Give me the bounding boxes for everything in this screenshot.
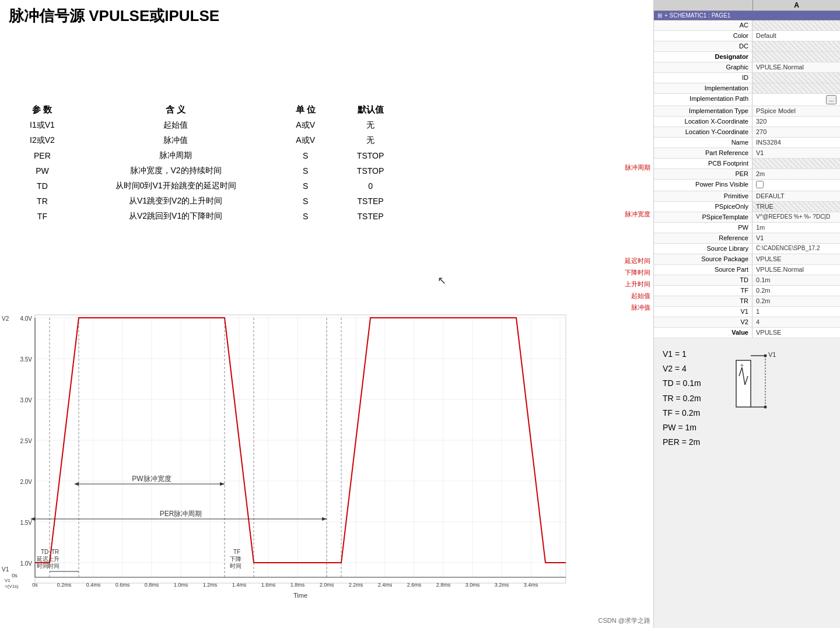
prop-value: PSpice Model — [752, 106, 840, 116]
side-pw-label: 脉冲宽度 — [625, 210, 650, 219]
prop-name: Location Y-Coordinate — [654, 127, 752, 137]
prop-value: 4 — [752, 317, 840, 327]
cell: TSTOP — [335, 163, 405, 178]
svg-text:TR: TR — [51, 549, 59, 555]
prop-name: Value — [654, 328, 752, 338]
cell: S — [275, 209, 335, 224]
prop-row-source-pkg: Source Package VPULSE — [654, 254, 840, 265]
table-row: I1或V1 起始值 A或V 无 — [9, 118, 405, 133]
watermark: CSDN @求学之路 — [598, 616, 650, 625]
cell: TSTEP — [335, 209, 405, 224]
cell: 从V1跳变到V2的上升时间 — [76, 194, 275, 209]
prop-name: Reference — [654, 233, 752, 243]
prop-row-ac: AC — [654, 20, 840, 31]
prop-name: TF — [654, 286, 752, 296]
cell: TSTEP — [335, 194, 405, 209]
prop-name: TD — [654, 275, 752, 285]
prop-value: INS3284 — [752, 138, 840, 148]
prop-name: V1 — [654, 307, 752, 317]
svg-text:=(V1s): =(V1s) — [5, 584, 19, 589]
props-body[interactable]: AC Color Default DC Designator Graphic V… — [654, 20, 840, 338]
svg-text:TF: TF — [233, 549, 240, 555]
prop-name: Source Package — [654, 254, 752, 264]
svg-text:3.0V: 3.0V — [20, 397, 32, 404]
svg-text:1.4ms: 1.4ms — [232, 582, 247, 588]
cell: TD — [9, 178, 76, 194]
prop-name: V2 — [654, 317, 752, 327]
prop-row-dc: DC — [654, 41, 840, 52]
col-default: 默认值 — [335, 102, 405, 118]
prop-row-value: Value VPULSE — [654, 328, 840, 338]
table-row: I2或V2 脉冲值 A或V 无 — [9, 133, 405, 148]
side-v2-label: 脉冲值 — [631, 303, 650, 312]
prop-row-per: PER 2m — [654, 169, 840, 180]
table-row: PW 脉冲宽度，V2的持续时间 S TSTOP — [9, 163, 405, 178]
prop-value: C:\CADENCE\SPB_17.2 — [752, 244, 840, 254]
prop-value: Default — [752, 31, 840, 41]
panel-name-col-header — [654, 0, 752, 10]
prop-name: Primitive — [654, 191, 752, 201]
prop-row-loc-y: Location Y-Coordinate 270 — [654, 127, 840, 138]
prop-row-power-pins: Power Pins Visible — [654, 180, 840, 191]
cell: I2或V2 — [9, 133, 76, 148]
prop-name: PSpiceOnly — [654, 202, 752, 212]
param-line-pw: PW = 1m — [663, 420, 701, 435]
table-header-row: 参 数 含 义 单 位 默认值 — [9, 102, 405, 118]
cell: S — [275, 178, 335, 194]
prop-row-tf: TF 0.2m — [654, 286, 840, 296]
prop-row-graphic: Graphic VPULSE.Normal — [654, 62, 840, 73]
table-row: TF 从V2跳回到V1的下降时间 S TSTEP — [9, 209, 405, 224]
prop-row-reference: Reference V1 — [654, 233, 840, 244]
svg-text:1.5V: 1.5V — [20, 520, 32, 526]
prop-row-color: Color Default — [654, 31, 840, 41]
cell: 从V2跳回到V1的下降时间 — [76, 209, 275, 224]
prop-name: Location X-Coordinate — [654, 117, 752, 127]
param-section: 参 数 含 义 单 位 默认值 I1或V1 起始值 A或V 无 I2或V2 脉冲… — [9, 102, 645, 224]
cell: 脉冲周期 — [76, 148, 275, 163]
prop-name: Implementation — [654, 83, 752, 93]
prop-value: V1 — [752, 148, 840, 158]
prop-row-tr: TR 0.2m — [654, 296, 840, 307]
prop-name: Source Library — [654, 244, 752, 254]
param-line-v1: V1 = 1 — [663, 347, 701, 362]
svg-text:2.5V: 2.5V — [20, 438, 32, 444]
cell: S — [275, 148, 335, 163]
prop-row-source-lib: Source Library C:\CADENCE\SPB_17.2 — [654, 244, 840, 254]
param-table: 参 数 含 义 单 位 默认值 I1或V1 起始值 A或V 无 I2或V2 脉冲… — [9, 102, 405, 224]
cursor-icon: ↖ — [438, 274, 446, 287]
cell: 起始值 — [76, 118, 275, 133]
svg-text:1.0V: 1.0V — [20, 560, 32, 567]
svg-text:1.6ms: 1.6ms — [261, 582, 276, 588]
cell: 0 — [335, 178, 405, 194]
prop-row-primitive: Primitive DEFAULT — [654, 191, 840, 202]
impl-path-button[interactable]: ... — [826, 95, 836, 104]
svg-text:2.2ms: 2.2ms — [349, 582, 363, 588]
svg-text:4.0V: 4.0V — [20, 315, 32, 322]
svg-text:3.5V: 3.5V — [20, 356, 32, 363]
page-title: 脉冲信号源 VPULSE或IPULSE — [9, 6, 645, 26]
expand-icon: ⊞ — [657, 12, 662, 19]
table-row: TD 从时间0到V1开始跳变的延迟时间 S 0 — [9, 178, 405, 194]
svg-text:2.0V: 2.0V — [20, 479, 32, 485]
side-v1-label: 起始值 — [631, 292, 650, 300]
circuit-diagram: V1 + — [713, 350, 777, 426]
cell: A或V — [275, 133, 335, 148]
cell: S — [275, 194, 335, 209]
power-pins-checkbox[interactable] — [756, 181, 764, 188]
svg-text:3.2ms: 3.2ms — [495, 582, 509, 588]
svg-rect-0 — [35, 315, 566, 583]
svg-text:0.4ms: 0.4ms — [86, 582, 101, 588]
svg-text:0.8ms: 0.8ms — [145, 582, 159, 588]
prop-row-pcb: PCB Footprint — [654, 159, 840, 169]
prop-row-v1: V1 1 — [654, 307, 840, 317]
svg-text:2.8ms: 2.8ms — [436, 582, 451, 588]
svg-text:0.2ms: 0.2ms — [57, 582, 72, 588]
prop-name: Designator — [654, 52, 752, 62]
circuit-params: V1 = 1 V2 = 4 TD = 0.1m TR = 0.2m TF = 0… — [663, 347, 701, 450]
svg-text:时间: 时间 — [37, 563, 48, 569]
svg-text:+: + — [740, 362, 744, 369]
svg-text:2.6ms: 2.6ms — [407, 582, 422, 588]
prop-name: AC — [654, 20, 752, 30]
prop-row-pspice-template: PSpiceTemplate V^@REFDES %+ %- ?DC|D — [654, 212, 840, 223]
cell: A或V — [275, 118, 335, 133]
